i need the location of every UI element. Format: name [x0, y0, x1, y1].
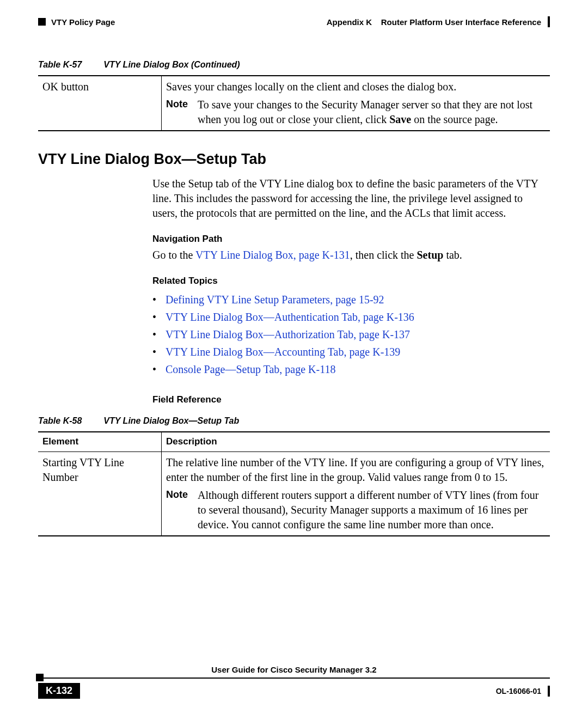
related-link[interactable]: Console Page—Setup Tab, page K-118 — [166, 363, 335, 375]
t58-row-desc: The relative line number of the VTY line… — [162, 451, 550, 536]
t58-col-desc: Description — [162, 432, 550, 451]
table57-caption: Table K-57VTY Line Dialog Box (Continued… — [38, 60, 550, 70]
list-item: VTY Line Dialog Box—Authentication Tab, … — [152, 308, 550, 326]
table-k58: Element Description Starting VTY Line Nu… — [38, 431, 550, 536]
related-link[interactable]: VTY Line Dialog Box—Accounting Tab, page… — [166, 346, 400, 358]
related-link[interactable]: VTY Line Dialog Box—Authorization Tab, p… — [166, 328, 410, 340]
note-text: Although different routers support a dif… — [198, 488, 546, 532]
note-label: Note — [166, 97, 188, 127]
header-left-text: VTY Policy Page — [51, 17, 115, 27]
page-footer: User Guide for Cisco Security Manager 3.… — [38, 665, 550, 699]
running-header: VTY Policy Page Appendix K Router Platfo… — [38, 16, 550, 27]
header-square-icon — [38, 18, 46, 26]
list-item: VTY Line Dialog Box—Authorization Tab, p… — [152, 326, 550, 343]
related-topics-heading: Related Topics — [152, 276, 550, 286]
nav-path-heading: Navigation Path — [152, 234, 550, 245]
t57-row-label: OK button — [38, 76, 162, 131]
table58-caption: Table K-58VTY Line Dialog Box—Setup Tab — [38, 416, 550, 426]
related-link[interactable]: Defining VTY Line Setup Parameters, page… — [166, 294, 384, 306]
footer-square-icon — [36, 674, 44, 681]
section-heading: VTY Line Dialog Box—Setup Tab — [38, 151, 550, 168]
related-link[interactable]: VTY Line Dialog Box—Authentication Tab, … — [166, 311, 414, 323]
intro-paragraph: Use the Setup tab of the VTY Line dialog… — [152, 176, 550, 221]
header-appendix: Appendix K — [327, 17, 372, 27]
related-topics-list: Defining VTY Line Setup Parameters, page… — [152, 291, 550, 378]
nav-link[interactable]: VTY Line Dialog Box, page K-131 — [195, 249, 350, 261]
header-bar-icon — [548, 16, 550, 27]
note-text: To save your changes to the Security Man… — [198, 97, 546, 127]
t58-col-element: Element — [38, 432, 162, 451]
footer-guide-title: User Guide for Cisco Security Manager 3.… — [211, 665, 376, 674]
header-title: Router Platform User Interface Reference — [381, 17, 541, 27]
nav-path-text: Go to the VTY Line Dialog Box, page K-13… — [152, 248, 550, 263]
footer-bar-icon — [548, 686, 550, 697]
field-ref-heading: Field Reference — [152, 394, 550, 405]
list-item: Console Page—Setup Tab, page K-118 — [152, 361, 550, 378]
note-label: Note — [166, 488, 188, 532]
list-item: Defining VTY Line Setup Parameters, page… — [152, 291, 550, 308]
t58-row-label: Starting VTY Line Number — [38, 451, 162, 536]
t57-row-desc: Saves your changes locally on the client… — [162, 76, 550, 131]
doc-number: OL-16066-01 — [496, 687, 541, 695]
list-item: VTY Line Dialog Box—Accounting Tab, page… — [152, 343, 550, 361]
page-number: K-132 — [38, 683, 80, 699]
table-k57: OK button Saves your changes locally on … — [38, 75, 550, 131]
